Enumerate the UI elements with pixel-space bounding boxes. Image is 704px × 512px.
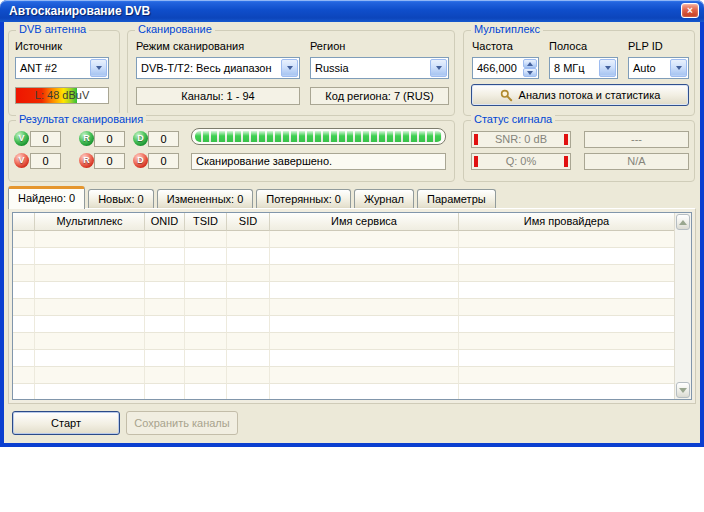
signal-red-bar-icon (474, 156, 478, 167)
table-cell (270, 367, 459, 384)
indicator-v-fail-icon: V (14, 153, 29, 168)
table-cell (185, 248, 227, 265)
client-area: DVB антенна Источник ANT #2 L: 48 dBuV С… (4, 22, 700, 443)
table-cell (270, 350, 459, 367)
table-row[interactable] (13, 350, 674, 367)
table-row[interactable] (13, 265, 674, 282)
table-cell (145, 333, 185, 350)
table-cell (13, 367, 35, 384)
analyze-stream-button[interactable]: Анализ потока и статистика (471, 84, 689, 106)
signal-status-group-title: Статус сигнала (471, 113, 555, 125)
source-value: ANT #2 (16, 58, 89, 78)
indicator-r-ok-count: 0 (94, 131, 125, 147)
snr-field: SNR: 0 dB (471, 131, 571, 148)
signal-red-bar-icon (564, 156, 568, 167)
table-cell (227, 367, 270, 384)
spinner-buttons (522, 58, 538, 78)
column-header-icon[interactable] (13, 213, 35, 231)
table-row[interactable] (13, 282, 674, 299)
table-cell (227, 350, 270, 367)
column-header-onid[interactable]: ONID (145, 213, 185, 231)
channel-table: Мультиплекс ONID TSID SID Имя сервиса Им… (12, 212, 692, 400)
chevron-down-icon[interactable] (599, 59, 616, 77)
column-header-multiplex[interactable]: Мультиплекс (35, 213, 145, 231)
table-cell (227, 384, 270, 399)
table-cell (35, 367, 145, 384)
table-row[interactable] (13, 248, 674, 265)
table-row[interactable] (13, 231, 674, 248)
source-label: Источник (15, 40, 62, 52)
region-select[interactable]: Russia (310, 57, 449, 79)
tab-log[interactable]: Журнал (354, 189, 414, 208)
table-row[interactable] (13, 333, 674, 350)
bandwidth-select[interactable]: 8 МГц (549, 57, 618, 79)
table-row[interactable] (13, 367, 674, 384)
bandwidth-label: Полоса (549, 40, 587, 52)
table-cell (13, 350, 35, 367)
table-cell (13, 316, 35, 333)
table-cell (185, 282, 227, 299)
start-button[interactable]: Старт (12, 411, 120, 435)
table-row[interactable] (13, 384, 674, 399)
scroll-down-icon[interactable] (676, 382, 690, 398)
autoscan-dvb-window: Автосканирование DVB × DVB антенна Источ… (0, 0, 704, 447)
scanning-group: Сканирование Режим сканирования DVB-T/T2… (127, 30, 455, 116)
indicator-r-fail-icon: R (79, 153, 94, 168)
table-cell (185, 231, 227, 248)
multiplex-group: Мультиплекс Частота 466,000 Полоса 8 МГц… (463, 30, 695, 116)
snr-extra-field: --- (584, 131, 689, 148)
save-channels-button[interactable]: Сохранить каналы (126, 411, 238, 435)
indicator-v-ok-icon: V (14, 131, 29, 146)
column-header-provider[interactable]: Имя провайдера (459, 213, 674, 231)
chevron-down-icon[interactable] (670, 59, 687, 77)
table-cell (185, 265, 227, 282)
column-header-service[interactable]: Имя сервиса (270, 213, 459, 231)
chevron-up-icon[interactable] (523, 59, 537, 68)
chevron-down-icon[interactable] (90, 59, 107, 77)
table-cell (270, 231, 459, 248)
scroll-up-icon[interactable] (676, 214, 690, 230)
table-cell (270, 265, 459, 282)
scan-mode-select[interactable]: DVB-T/T2: Весь диапазон (136, 57, 300, 79)
frequency-value: 466,000 (473, 58, 522, 78)
table-cell (227, 265, 270, 282)
table-cell (270, 316, 459, 333)
table-cell (145, 384, 185, 399)
tab-lost[interactable]: Потерянных: 0 (256, 189, 351, 208)
source-select[interactable]: ANT #2 (15, 57, 109, 79)
table-cell (459, 265, 674, 282)
frequency-label: Частота (472, 40, 513, 52)
column-header-sid[interactable]: SID (227, 213, 270, 231)
indicator-d-ok-icon: D (133, 131, 148, 146)
table-cell (270, 333, 459, 350)
table-cell (145, 367, 185, 384)
table-scrollbar[interactable] (674, 213, 691, 399)
tab-parameters[interactable]: Параметры (417, 189, 496, 208)
table-row[interactable] (13, 299, 674, 316)
column-header-tsid[interactable]: TSID (185, 213, 227, 231)
signal-status-group: Статус сигнала SNR: 0 dB --- Q: 0% N/A (463, 120, 695, 182)
tab-new[interactable]: Новых: 0 (88, 189, 154, 208)
scan-result-group-title: Результат сканирования (16, 113, 146, 125)
quality-extra-field: N/A (584, 153, 689, 170)
chevron-down-icon[interactable] (281, 59, 298, 77)
chevron-down-icon[interactable] (523, 68, 537, 77)
table-cell (227, 299, 270, 316)
plp-id-select[interactable]: Auto (628, 57, 689, 79)
frequency-stepper[interactable]: 466,000 (472, 57, 539, 79)
tab-found[interactable]: Найдено: 0 (8, 186, 85, 209)
table-cell (459, 350, 674, 367)
scan-mode-label: Режим сканирования (136, 40, 244, 52)
table-cell (35, 350, 145, 367)
close-icon[interactable]: × (681, 3, 699, 18)
title-bar[interactable]: Автосканирование DVB × (0, 0, 704, 22)
quality-field: Q: 0% (471, 153, 571, 170)
tab-changed[interactable]: Измененных: 0 (157, 189, 254, 208)
antenna-group: DVB антенна Источник ANT #2 L: 48 dBuV (8, 30, 120, 116)
scan-result-group: Результат сканирования V 0 R 0 D 0 V 0 R… (8, 120, 455, 182)
table-cell (270, 299, 459, 316)
plp-id-value: Auto (629, 58, 669, 78)
chevron-down-icon[interactable] (430, 59, 447, 77)
table-row[interactable] (13, 316, 674, 333)
table-cell (13, 282, 35, 299)
